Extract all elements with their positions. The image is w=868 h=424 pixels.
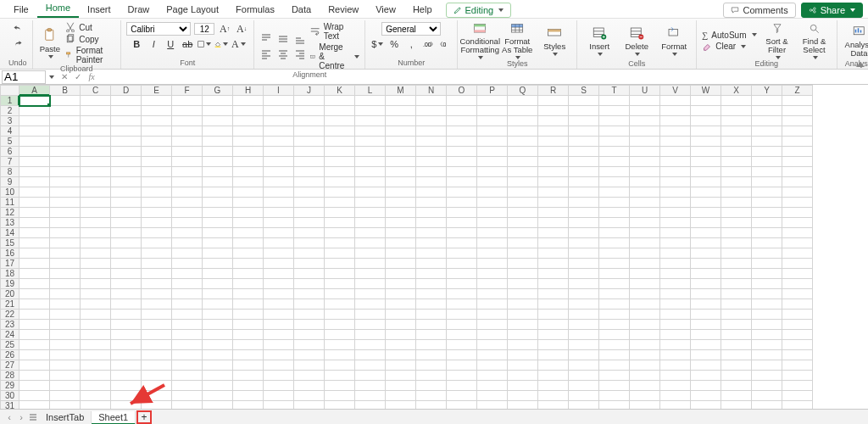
cell[interactable] [294,126,325,137]
column-header[interactable]: U [630,86,660,96]
cell[interactable] [81,391,111,401]
cell[interactable] [691,320,721,330]
row-header[interactable]: 29 [1,381,19,391]
cell[interactable] [691,208,721,218]
cell[interactable] [691,177,721,187]
tab-page-layout[interactable]: Page Layout [158,2,227,18]
cell[interactable] [142,187,172,198]
cell[interactable] [19,177,50,187]
cell[interactable] [782,279,813,289]
font-size-input[interactable] [194,23,214,35]
cell[interactable] [19,391,50,401]
cell[interactable] [355,310,386,320]
cell[interactable] [416,299,447,310]
cell[interactable] [508,401,538,410]
cell[interactable] [111,350,142,360]
cell[interactable] [691,248,721,259]
cell[interactable] [172,248,203,259]
cell[interactable] [691,157,721,167]
cell[interactable] [416,157,447,167]
cell[interactable] [508,137,538,147]
cell[interactable] [355,137,386,147]
cell[interactable] [386,147,416,157]
cell[interactable] [630,269,660,279]
cell[interactable] [355,218,386,228]
cell[interactable] [19,116,50,126]
cell[interactable] [50,238,81,248]
cell[interactable] [508,126,538,137]
cell[interactable] [416,187,447,198]
cell[interactable] [355,330,386,340]
cell[interactable] [386,299,416,310]
row-header[interactable]: 4 [1,126,19,137]
cell[interactable] [294,320,325,330]
cell[interactable] [538,157,569,167]
cell[interactable] [721,218,752,228]
cell[interactable] [630,299,660,310]
cell[interactable] [660,381,691,391]
cell[interactable] [325,96,355,106]
cell[interactable] [355,157,386,167]
cell[interactable] [355,279,386,289]
cell[interactable] [660,106,691,116]
cell[interactable] [325,371,355,381]
cell[interactable] [447,330,477,340]
cell[interactable] [538,340,569,350]
cell[interactable] [660,218,691,228]
cell[interactable] [203,371,233,381]
cell[interactable] [50,269,81,279]
cell[interactable] [477,177,508,187]
cell[interactable] [599,248,630,259]
cell[interactable] [325,330,355,340]
cell[interactable] [508,147,538,157]
cell[interactable] [81,126,111,137]
cell[interactable] [416,360,447,371]
cell[interactable] [325,228,355,238]
cell[interactable] [416,340,447,350]
cell[interactable] [538,320,569,330]
column-header[interactable]: F [172,86,203,96]
cell[interactable] [599,330,630,340]
cell[interactable] [447,259,477,269]
cell[interactable] [50,147,81,157]
cell[interactable] [721,340,752,350]
cell[interactable] [721,126,752,137]
cell[interactable] [325,340,355,350]
cell[interactable] [294,167,325,177]
cell[interactable] [81,248,111,259]
cell[interactable] [569,198,599,208]
cell[interactable] [355,126,386,137]
column-header[interactable]: D [111,86,142,96]
cell[interactable] [386,279,416,289]
cell[interactable] [691,147,721,157]
row-header[interactable]: 30 [1,391,19,401]
cell[interactable] [538,299,569,310]
cell[interactable] [630,289,660,299]
cell[interactable] [416,126,447,137]
align-top-button[interactable] [259,32,273,46]
cell[interactable] [172,187,203,198]
cell[interactable] [538,381,569,391]
cell[interactable] [355,360,386,371]
cell[interactable] [386,167,416,177]
cell[interactable] [233,320,264,330]
cell[interactable] [508,208,538,218]
cell[interactable] [264,126,294,137]
cell[interactable] [386,208,416,218]
cell[interactable] [447,208,477,218]
cell[interactable] [477,391,508,401]
cell[interactable] [142,350,172,360]
tab-view[interactable]: View [367,2,404,18]
cell[interactable] [172,218,203,228]
cell[interactable] [142,330,172,340]
cell[interactable] [142,340,172,350]
cell[interactable] [416,106,447,116]
cell[interactable] [19,126,50,137]
cell[interactable] [569,228,599,238]
cell[interactable] [233,167,264,177]
cell[interactable] [538,248,569,259]
cell[interactable] [721,320,752,330]
cell[interactable] [752,360,782,371]
cell[interactable] [660,167,691,177]
cell[interactable] [142,167,172,177]
